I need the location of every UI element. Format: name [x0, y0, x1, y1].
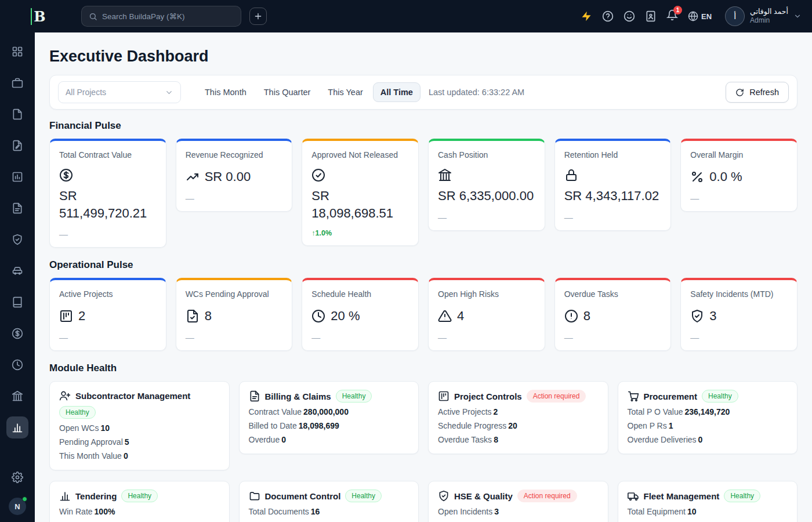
module-stat: Open Incidents3 [438, 507, 599, 516]
metric-value: 4 [457, 307, 464, 325]
module-title: Tendering [75, 491, 117, 501]
module-stat: Win Rate100% [59, 507, 220, 516]
metric-value: SR 0.00 [205, 168, 251, 186]
shield-check-icon [690, 309, 704, 323]
sidebar-item-finance[interactable] [6, 322, 28, 345]
section-operational-pulse: Operational Pulse [49, 259, 798, 271]
buildapay-logo[interactable]: B [28, 6, 49, 27]
bank-icon [12, 390, 23, 402]
metric-card-overdue-tasks: Overdue Tasks 8 — [554, 278, 672, 351]
language-switcher[interactable]: EN [688, 11, 712, 21]
sidebar-item-executive-dashboard[interactable] [6, 416, 28, 438]
sidebar-user-initial: N [14, 502, 20, 511]
status-badge: Healthy [336, 390, 372, 403]
shopping-cart-icon [628, 390, 639, 402]
sidebar-user-avatar[interactable]: N [9, 498, 26, 515]
user-menu[interactable]: أ أحمد الوفاتي Admin [725, 6, 802, 26]
metric-delta: — [311, 332, 409, 342]
metric-delta: — [690, 332, 788, 342]
module-card-hse-quality[interactable]: HSE & Quality Action required Open Incid… [428, 481, 608, 522]
chart-box-icon [12, 171, 23, 183]
metric-value: 20 % [331, 307, 360, 325]
last-updated: Last updated: 6:33:22 AM [429, 88, 524, 97]
metric-card-schedule-health: Schedule Health 20 % — [302, 278, 419, 351]
module-card-procurement[interactable]: Procurement Healthy Total P O Value236,1… [618, 381, 798, 454]
module-title: Procurement [644, 392, 698, 401]
globe-icon [688, 11, 698, 21]
sidebar-item-quality[interactable] [6, 229, 28, 251]
file-check-icon [186, 309, 200, 323]
period-tabs: This Month This Quarter This Year All Ti… [197, 82, 420, 102]
metric-value: 8 [583, 307, 590, 325]
status-badge: Action required [527, 390, 586, 403]
chevron-down-icon [793, 12, 802, 20]
module-stat: Total Documents16 [249, 507, 409, 516]
module-stat: Billed to Date18,098,699 [249, 421, 409, 430]
lock-icon [564, 168, 578, 182]
metric-card-safety-incidents: Safety Incidents (MTD) 3 — [680, 278, 798, 351]
bolt-icon[interactable] [581, 10, 592, 22]
sidebar-item-reports[interactable] [6, 166, 28, 188]
online-status-dot [22, 496, 27, 502]
shield-check-icon [438, 490, 449, 502]
metric-card-open-high-risks: Open High Risks 4 — [428, 278, 545, 351]
global-search[interactable] [81, 6, 241, 27]
metric-label: Retention Held [564, 150, 662, 160]
sidebar-item-invoices[interactable] [6, 197, 28, 219]
sidebar-item-fleet[interactable] [6, 260, 28, 282]
metric-card-approved-not-released: Approved Not Released SR 18,098,698.51 ↑… [302, 139, 419, 246]
metric-delta: — [438, 212, 535, 222]
file-pen-icon [12, 140, 23, 151]
sidebar-item-contracts[interactable] [6, 135, 28, 157]
dollar-circle-icon [59, 168, 73, 182]
period-all-time[interactable]: All Time [373, 82, 420, 102]
feedback-smiley-icon[interactable] [624, 10, 635, 22]
period-this-year[interactable]: This Year [320, 82, 370, 102]
sidebar-item-bank[interactable] [6, 385, 28, 407]
sidebar-item-time[interactable] [6, 354, 28, 376]
module-card-billing-claims[interactable]: Billing & Claims Healthy Contract Value2… [239, 381, 419, 454]
module-card-tendering[interactable]: Tendering Healthy Win Rate100% Pipeline … [49, 481, 230, 522]
metric-value: SR 4,343,117.02 [564, 187, 659, 205]
quick-add-button[interactable] [249, 8, 267, 25]
module-stat: Overdue Tasks8 [438, 435, 599, 444]
grid-icon [12, 46, 23, 57]
contacts-book-icon[interactable] [645, 10, 657, 22]
module-card-project-controls[interactable]: Project Controls Action required Active … [428, 381, 608, 454]
metric-card-cash-position: Cash Position SR 6,335,000.00 — [428, 139, 545, 231]
search-input[interactable] [102, 12, 234, 21]
sidebar-item-documents[interactable] [6, 103, 28, 125]
notifications-bell[interactable]: 1 [666, 9, 678, 23]
project-filter-value: All Projects [66, 88, 106, 97]
help-icon[interactable] [602, 10, 614, 22]
module-card-document-control[interactable]: Document Control Healthy Total Documents… [239, 481, 419, 522]
check-circle-icon [311, 168, 325, 182]
main-content: Executive Dashboard All Projects This Mo… [35, 32, 812, 522]
project-filter-select[interactable]: All Projects [58, 81, 181, 103]
module-title: Document Control [265, 491, 341, 501]
status-badge: Action required [517, 490, 577, 502]
status-badge: Healthy [702, 390, 738, 403]
refresh-button[interactable]: Refresh [726, 82, 789, 103]
sidebar-item-settings[interactable] [6, 466, 28, 488]
status-badge: Healthy [345, 490, 382, 502]
sidebar-item-ledger[interactable] [6, 291, 28, 313]
period-this-quarter[interactable]: This Quarter [256, 82, 318, 102]
module-stat: This Month Value0 [59, 451, 220, 461]
metric-delta: — [59, 332, 157, 342]
filter-bar: All Projects This Month This Quarter Thi… [49, 75, 798, 110]
module-stat: Pending Approval5 [59, 437, 220, 447]
trending-up-icon [186, 170, 200, 184]
search-icon [89, 12, 97, 21]
module-card-fleet-management[interactable]: Fleet Management Healthy Total Equipment… [618, 481, 798, 522]
sidebar-item-projects[interactable] [6, 72, 28, 94]
module-card-subcontractor-management[interactable]: Subcontractor Management Healthy Open WC… [49, 381, 230, 470]
period-this-month[interactable]: This Month [197, 82, 254, 102]
module-stat: Active Projects2 [438, 407, 599, 416]
clock-icon [12, 359, 23, 371]
metric-delta: — [186, 332, 283, 342]
topbar-actions: 1 EN أ أحمد الوفاتي Admin [581, 6, 802, 26]
section-module-health: Module Health [49, 362, 798, 374]
sidebar-item-dashboard[interactable] [6, 41, 28, 63]
sidebar: N [0, 32, 35, 522]
